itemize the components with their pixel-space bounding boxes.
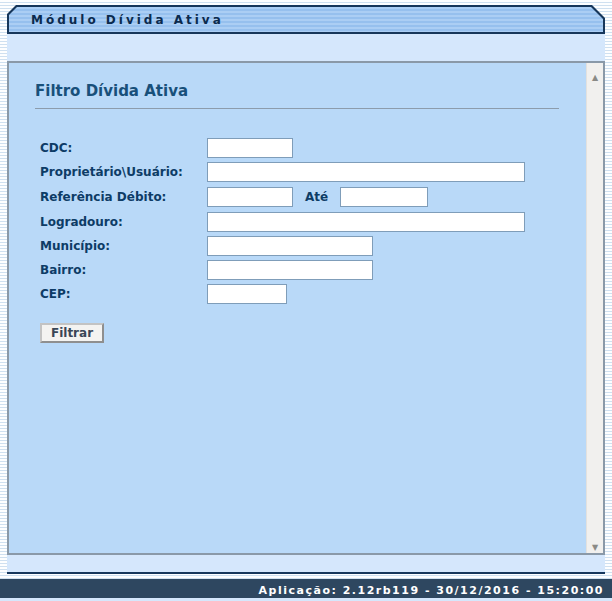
referencia-debito-to-input[interactable]	[340, 187, 428, 207]
status-bar: Aplicação: 2.12rb119 - 30/12/2016 - 15:2…	[0, 579, 612, 598]
municipio-label: Município:	[40, 236, 110, 256]
field-row-municipio: Município:	[9, 236, 586, 256]
field-row-referencia-debito: Referência Débito: Até	[9, 187, 586, 207]
field-row-logradouro: Logradouro:	[9, 212, 586, 232]
application-version-text: Aplicação: 2.12rb119 - 30/12/2016 - 15:2…	[259, 584, 604, 597]
up-arrow-icon: ▲	[592, 73, 598, 82]
proprietario-usuario-label: Proprietário\Usuário:	[40, 162, 183, 182]
cdc-label: CDC:	[40, 138, 72, 158]
field-row-bairro: Bairro:	[9, 260, 586, 280]
filtrar-button[interactable]: Filtrar	[40, 323, 104, 343]
cdc-input[interactable]	[207, 138, 293, 158]
municipio-input[interactable]	[207, 236, 373, 256]
field-row-proprietario-usuario: Proprietário\Usuário:	[9, 162, 586, 182]
logradouro-label: Logradouro:	[40, 212, 123, 232]
module-header-bar: Módulo Dívida Ativa	[7, 5, 605, 34]
down-arrow-icon: ▼	[592, 543, 598, 552]
cep-label: CEP:	[40, 284, 71, 304]
ate-label: Até	[305, 187, 328, 207]
module-title: Módulo Dívida Ativa	[31, 7, 224, 33]
panel-title-divider	[35, 108, 559, 109]
bairro-input[interactable]	[207, 260, 373, 280]
filter-panel-content: Filtro Dívida Ativa CDC: Proprietário\Us…	[9, 63, 586, 553]
scrollbar-up-button[interactable]: ▲	[587, 65, 603, 81]
field-row-cep: CEP:	[9, 284, 586, 304]
page-body: Filtro Dívida Ativa CDC: Proprietário\Us…	[7, 34, 605, 574]
scrollbar-down-button[interactable]: ▼	[587, 535, 603, 551]
proprietario-usuario-input[interactable]	[207, 162, 525, 182]
cep-input[interactable]	[207, 284, 287, 304]
bairro-label: Bairro:	[40, 260, 86, 280]
vertical-scrollbar[interactable]: ▲ ▼	[586, 63, 603, 553]
field-row-cdc: CDC:	[9, 138, 586, 158]
referencia-debito-from-input[interactable]	[207, 187, 293, 207]
referencia-debito-label: Referência Débito:	[40, 187, 166, 207]
logradouro-input[interactable]	[207, 212, 525, 232]
panel-title: Filtro Dívida Ativa	[35, 82, 188, 100]
filter-panel: Filtro Dívida Ativa CDC: Proprietário\Us…	[7, 61, 605, 555]
module-header-stripes: Módulo Dívida Ativa	[9, 7, 603, 32]
